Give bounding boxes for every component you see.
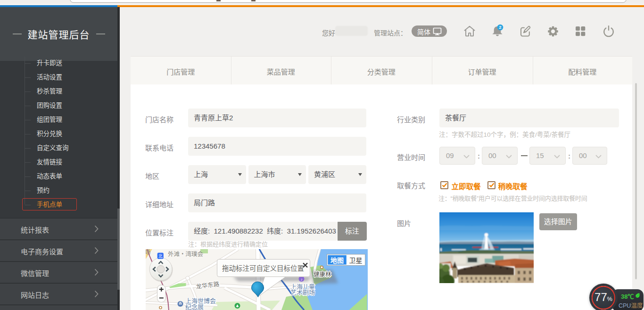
svg-text:健康林: 健康林: [314, 271, 331, 278]
svg-text:艺术剧场: 艺术剧场: [290, 289, 315, 296]
svg-text:场: 场: [146, 249, 151, 256]
svg-text:♪: ♪: [300, 277, 302, 282]
svg-text:外滩・湾璞会: 外滩・湾璞会: [168, 251, 204, 258]
svg-text:地图: 地图: [330, 257, 344, 264]
svg-text:2: 2: [499, 25, 501, 30]
svg-text:北: 北: [158, 254, 162, 259]
svg-text:拖动标注可自定义目标位置: 拖动标注可自定义目标位置: [222, 265, 304, 272]
svg-text:卫星: 卫星: [349, 257, 362, 264]
svg-text:纪念展: 纪念展: [185, 303, 204, 310]
